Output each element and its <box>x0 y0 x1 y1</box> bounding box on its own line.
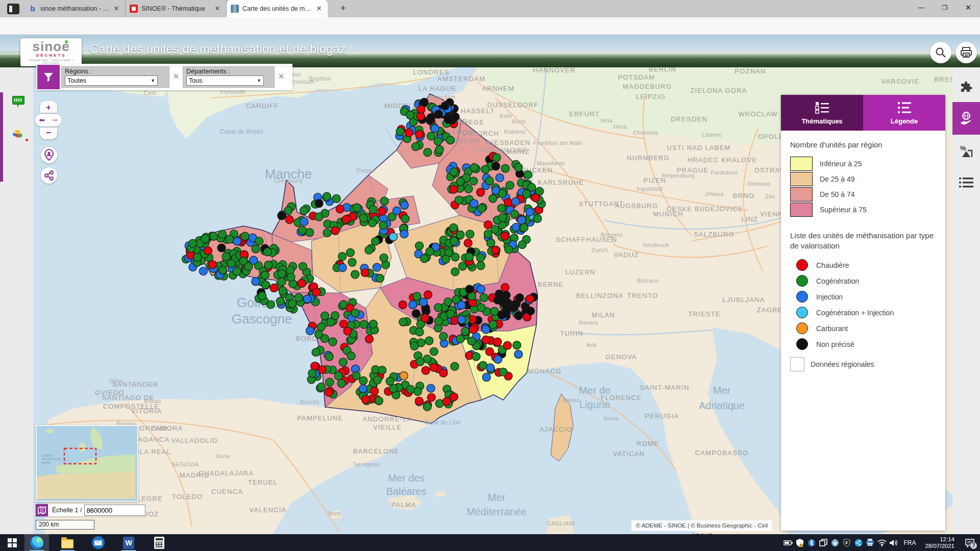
map-marker[interactable] <box>325 353 333 361</box>
map-marker[interactable] <box>347 352 355 360</box>
map-marker[interactable] <box>365 246 373 254</box>
map-marker[interactable] <box>451 268 459 276</box>
map-marker[interactable] <box>456 178 464 186</box>
map-marker[interactable] <box>520 223 528 232</box>
donnees-regionales-checkbox[interactable] <box>790 357 804 371</box>
map-marker[interactable] <box>439 332 448 340</box>
map-marker[interactable] <box>441 102 449 110</box>
zoom-out-button[interactable]: − <box>40 128 57 139</box>
map-marker[interactable] <box>466 230 474 238</box>
map-marker[interactable] <box>425 337 433 345</box>
map-marker[interactable] <box>465 253 474 261</box>
layer-list-icon[interactable] <box>952 166 980 199</box>
taskbar-calculator-icon[interactable] <box>147 534 172 551</box>
map-marker[interactable] <box>480 293 488 302</box>
map-marker[interactable] <box>201 235 209 243</box>
map-marker[interactable] <box>400 201 408 209</box>
map-marker[interactable] <box>380 254 388 262</box>
map-marker[interactable] <box>331 227 339 235</box>
window-maximize-button[interactable]: ❐ <box>933 0 957 16</box>
wifi-icon[interactable] <box>876 534 888 551</box>
map-marker[interactable] <box>276 297 284 305</box>
search-button[interactable] <box>930 42 951 63</box>
map-marker[interactable] <box>278 270 286 278</box>
map-marker[interactable] <box>252 245 260 253</box>
map-marker[interactable] <box>442 255 450 263</box>
bluetooth-icon[interactable] <box>805 534 817 551</box>
map-marker[interactable] <box>410 342 419 350</box>
map-marker[interactable] <box>434 317 443 325</box>
map-marker[interactable] <box>526 307 534 315</box>
map-marker[interactable] <box>457 316 465 324</box>
map-marker[interactable] <box>421 314 429 322</box>
map-marker[interactable] <box>361 395 370 404</box>
map-marker[interactable] <box>369 219 377 227</box>
map-marker[interactable] <box>498 189 506 197</box>
map-marker[interactable] <box>419 298 427 306</box>
map-marker[interactable] <box>481 165 489 173</box>
map-marker[interactable] <box>518 216 526 224</box>
map-marker[interactable] <box>306 327 314 335</box>
taskbar-explorer-icon[interactable] <box>55 534 80 551</box>
map-marker[interactable] <box>288 299 297 308</box>
zoom-in-button[interactable]: + <box>40 101 57 113</box>
map-marker[interactable] <box>389 233 398 241</box>
map-marker[interactable] <box>342 215 350 223</box>
map-marker[interactable] <box>359 214 368 222</box>
new-tab-button[interactable]: + <box>337 3 349 14</box>
map-marker[interactable] <box>336 205 344 213</box>
redo-icon[interactable]: ➡ <box>48 114 62 127</box>
map-marker[interactable] <box>461 327 470 335</box>
window-close-button[interactable]: ✕ <box>957 0 980 16</box>
map-marker[interactable] <box>299 262 307 270</box>
map-marker[interactable] <box>352 372 360 380</box>
language-indicator[interactable]: FRA <box>899 539 920 546</box>
map-marker[interactable] <box>470 199 478 208</box>
map-marker[interactable] <box>439 369 448 377</box>
map-marker[interactable] <box>278 278 286 286</box>
map-marker[interactable] <box>446 136 454 144</box>
map-marker[interactable] <box>255 237 263 245</box>
map-marker[interactable] <box>446 310 454 318</box>
map-marker[interactable] <box>334 372 342 380</box>
map-marker[interactable] <box>204 246 212 255</box>
tab-legende[interactable]: Légende <box>863 95 945 131</box>
map-marker[interactable] <box>378 366 386 374</box>
map-marker[interactable] <box>233 267 241 276</box>
map-marker[interactable] <box>469 325 477 334</box>
sync-share-icon[interactable] <box>852 534 864 551</box>
map-marker[interactable] <box>450 168 458 176</box>
map-marker[interactable] <box>306 229 314 237</box>
map-marker[interactable] <box>465 285 474 293</box>
map-marker[interactable] <box>524 170 532 179</box>
tab-close-icon[interactable]: ✕ <box>112 4 121 13</box>
map-marker[interactable] <box>279 287 287 295</box>
map-marker[interactable] <box>407 385 415 393</box>
print-button[interactable] <box>955 42 977 63</box>
map-marker[interactable] <box>514 312 523 320</box>
map-marker[interactable] <box>209 232 217 240</box>
map-marker[interactable] <box>482 325 490 334</box>
map-marker[interactable] <box>501 164 509 172</box>
map-marker[interactable] <box>482 373 491 381</box>
locate-button[interactable] <box>41 147 57 163</box>
map-marker[interactable] <box>430 363 438 371</box>
map-marker[interactable] <box>494 356 502 364</box>
map-marker[interactable] <box>339 358 347 366</box>
map-marker[interactable] <box>505 245 513 254</box>
map-marker[interactable] <box>422 366 430 374</box>
virtual-desktop-icon[interactable] <box>817 534 829 551</box>
map-marker[interactable] <box>501 283 509 291</box>
map-marker[interactable] <box>300 218 308 226</box>
modules-puzzle-icon[interactable] <box>952 71 980 104</box>
map-marker[interactable] <box>444 298 452 306</box>
map-marker[interactable] <box>485 177 494 185</box>
map-marker[interactable] <box>295 293 303 302</box>
tab-close-icon[interactable]: ✕ <box>213 4 222 13</box>
map-marker[interactable] <box>444 115 452 123</box>
map-marker[interactable] <box>499 368 507 376</box>
map-marker[interactable] <box>218 266 227 274</box>
map-marker[interactable] <box>456 335 464 343</box>
map-marker[interactable] <box>478 205 486 213</box>
departements-filter-close-icon[interactable]: ✕ <box>277 72 286 81</box>
